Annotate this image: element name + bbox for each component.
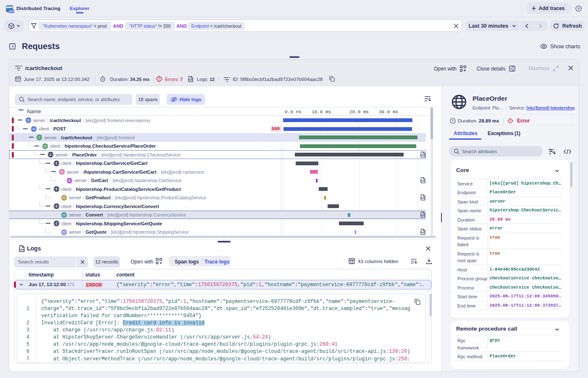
svg-text:?: ? (578, 7, 580, 11)
svg-text:LOG: LOG (420, 231, 425, 234)
svg-text:LOG: LOG (188, 78, 193, 81)
svg-text:LOG: LOG (420, 214, 425, 216)
svg-text:LOG: LOG (420, 154, 425, 156)
svg-text:LOG: LOG (19, 248, 24, 251)
svg-text:LOG: LOG (420, 197, 425, 199)
svg-text:LOG: LOG (420, 180, 425, 182)
